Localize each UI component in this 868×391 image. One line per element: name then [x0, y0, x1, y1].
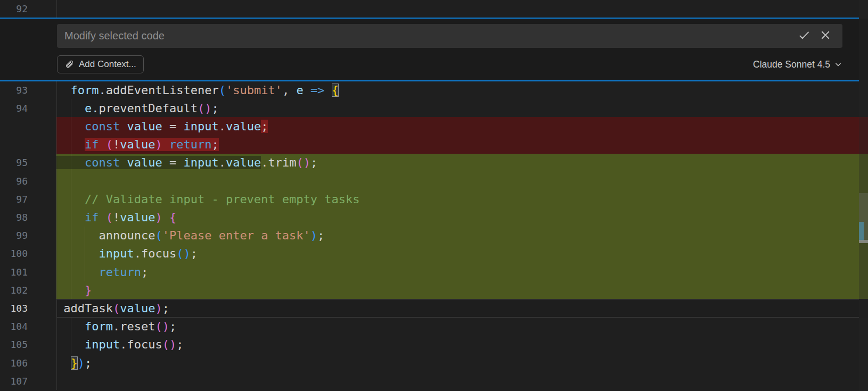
line-number: 107 [0, 372, 28, 390]
line-number [0, 136, 28, 154]
code-text: form.addEventListener('submit', e => { [56, 81, 339, 99]
line-number: 105 [0, 336, 28, 354]
code-text: }); [56, 354, 92, 372]
code-line[interactable]: 100 input.focus(); [0, 245, 868, 263]
vscode-editor-inline-chat: 9293 form.addEventListener('submit', e =… [0, 0, 868, 391]
code-line[interactable]: 99 announce('Please enter a task'); [0, 227, 868, 245]
line-number: 101 [0, 263, 28, 281]
code-line[interactable]: 96 [0, 172, 868, 190]
line-background [56, 372, 868, 390]
code-line[interactable]: 94 e.preventDefault(); [0, 99, 868, 117]
line-number: 92 [0, 0, 28, 18]
line-background [56, 208, 868, 226]
code-line[interactable]: 97 // Validate input - prevent empty tas… [0, 190, 868, 208]
indent-guide [56, 172, 57, 190]
code-line[interactable]: if (!value) return; [0, 136, 868, 154]
line-background [56, 281, 868, 299]
code-text: const value = input.value; [56, 117, 268, 135]
line-background [56, 0, 868, 18]
code-text: const value = input.value.trim(); [56, 154, 317, 172]
line-number: 93 [0, 81, 28, 99]
code-line[interactable]: 95 const value = input.value.trim(); [0, 154, 868, 172]
code-text: input.focus(); [56, 245, 198, 263]
close-button[interactable] [818, 29, 833, 44]
model-label: Claude Sonnet 4.5 [753, 59, 830, 70]
close-icon [819, 29, 832, 44]
line-background [56, 354, 868, 372]
chat-input-placeholder: Modify selected code [64, 30, 797, 42]
check-icon [797, 28, 811, 44]
indent-guide [56, 0, 57, 18]
code-line[interactable]: 93 form.addEventListener('submit', e => … [0, 81, 868, 99]
add-context-button[interactable]: Add Context... [57, 55, 144, 73]
line-background [56, 263, 868, 281]
line-number: 106 [0, 354, 28, 372]
code-line[interactable]: 105 input.focus(); [0, 336, 868, 354]
line-background [56, 318, 868, 336]
code-line[interactable]: 98 if (!value) { [0, 208, 868, 226]
chevron-down-icon [834, 60, 842, 69]
line-number: 94 [0, 99, 28, 117]
code-text: input.focus(); [56, 336, 183, 354]
accept-button[interactable] [797, 29, 812, 44]
line-number: 96 [0, 172, 28, 190]
line-background [56, 172, 868, 190]
code-text: addTask(value); [56, 299, 169, 317]
code-text: return; [56, 263, 148, 281]
indent-guide [56, 372, 57, 390]
code-text: // Validate input - prevent empty tasks [56, 190, 360, 208]
line-number: 98 [0, 208, 28, 226]
code-text: announce('Please enter a task'); [56, 227, 324, 245]
paperclip-icon [64, 60, 75, 70]
code-text: form.reset(); [56, 318, 176, 336]
line-number: 95 [0, 154, 28, 172]
line-number: 104 [0, 318, 28, 336]
code-text: } [56, 281, 92, 299]
chat-input[interactable]: Modify selected code [57, 24, 842, 48]
line-number [0, 117, 28, 135]
line-number: 102 [0, 281, 28, 299]
line-number: 99 [0, 227, 28, 245]
code-line[interactable]: const value = input.value; [0, 117, 868, 135]
code-line[interactable]: 101 return; [0, 263, 868, 281]
code-line[interactable]: 107 [0, 372, 868, 390]
current-line-highlight [56, 299, 859, 317]
code-line[interactable]: 103 addTask(value); [0, 299, 868, 317]
code-line[interactable]: 104 form.reset(); [0, 318, 868, 336]
overview-ruler-cursor-marker [859, 240, 868, 243]
code-text: e.preventDefault(); [56, 99, 219, 117]
indent-guide [71, 172, 71, 190]
inline-chat-widget: Modify selected code [0, 19, 868, 80]
model-picker[interactable]: Claude Sonnet 4.5 [753, 56, 842, 72]
inline-chat-bottom-border [0, 80, 859, 81]
line-number: 97 [0, 190, 28, 208]
line-number: 100 [0, 245, 28, 263]
add-context-label: Add Context... [79, 59, 136, 70]
code-text: if (!value) return; [56, 136, 219, 154]
code-line[interactable]: 102 } [0, 281, 868, 299]
code-line[interactable]: 106 }); [0, 354, 868, 372]
overview-ruler-marker [859, 222, 864, 240]
code-text: if (!value) { [56, 208, 176, 226]
code-line[interactable]: 92 [0, 0, 868, 18]
line-number: 103 [0, 299, 28, 317]
